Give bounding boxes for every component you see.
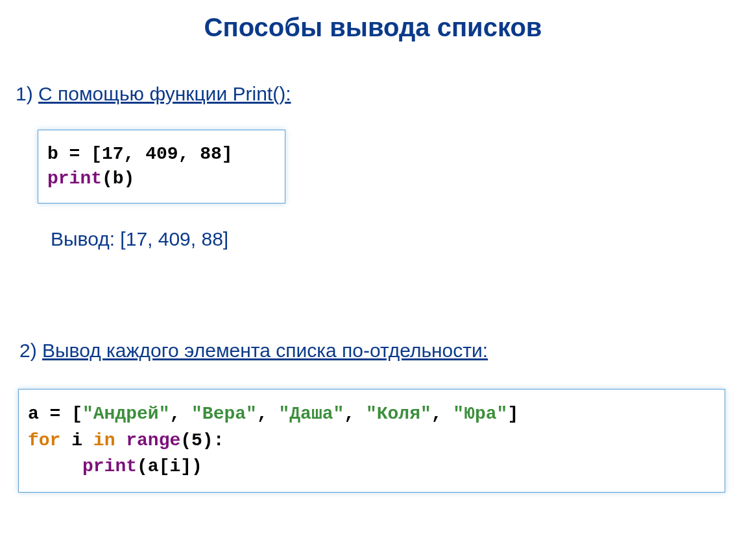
code2-l1-str2: "Вера" bbox=[191, 404, 257, 424]
code2-print-args: (a[i]) bbox=[137, 456, 202, 476]
code2-for-keyword: for bbox=[28, 430, 71, 450]
code2-indent bbox=[28, 456, 82, 476]
code-block-2: a = ["Андрей", "Вера", "Даша", "Коля", "… bbox=[18, 389, 725, 493]
code1-line1: b = [17, 409, 88] bbox=[47, 144, 233, 164]
code2-l1-str5: "Юра" bbox=[453, 404, 507, 424]
code2-l1-a: a = [ bbox=[28, 404, 82, 424]
code2-range-args: (5): bbox=[180, 430, 224, 450]
code2-l1-str4: "Коля" bbox=[366, 404, 431, 424]
section-2-text: Вывод каждого элемента списка по-отдельн… bbox=[42, 340, 488, 361]
code2-range-keyword: range bbox=[126, 430, 180, 450]
code-block-1: b = [17, 409, 88] print(b) bbox=[38, 130, 285, 204]
section-2-heading: 2) Вывод каждого элемента списка по-отде… bbox=[19, 340, 488, 362]
section-1-text: С помощью функции Print(): bbox=[38, 83, 291, 104]
section-2-number: 2) bbox=[19, 340, 42, 361]
section-1-heading: 1) С помощью функции Print(): bbox=[16, 83, 291, 105]
code2-print-keyword: print bbox=[82, 456, 137, 476]
code2-l1-k: ] bbox=[507, 404, 518, 424]
code2-l1-str3: "Даша" bbox=[278, 404, 344, 424]
code1-print-keyword: print bbox=[47, 169, 102, 189]
output-text-1: Вывод: [17, 409, 88] bbox=[51, 228, 228, 250]
section-1-number: 1) bbox=[16, 83, 38, 104]
code2-l1-str1: "Андрей" bbox=[82, 404, 169, 424]
code2-in-keyword: in bbox=[93, 430, 126, 450]
code2-l1-i: , bbox=[431, 404, 453, 424]
code2-for-var: i bbox=[71, 430, 93, 450]
slide-title: Способы вывода списков bbox=[0, 13, 746, 42]
code1-print-args: (b) bbox=[102, 169, 134, 189]
code2-l1-e: , bbox=[257, 404, 279, 424]
code2-l1-c: , bbox=[169, 404, 191, 424]
code2-l1-g: , bbox=[344, 404, 366, 424]
